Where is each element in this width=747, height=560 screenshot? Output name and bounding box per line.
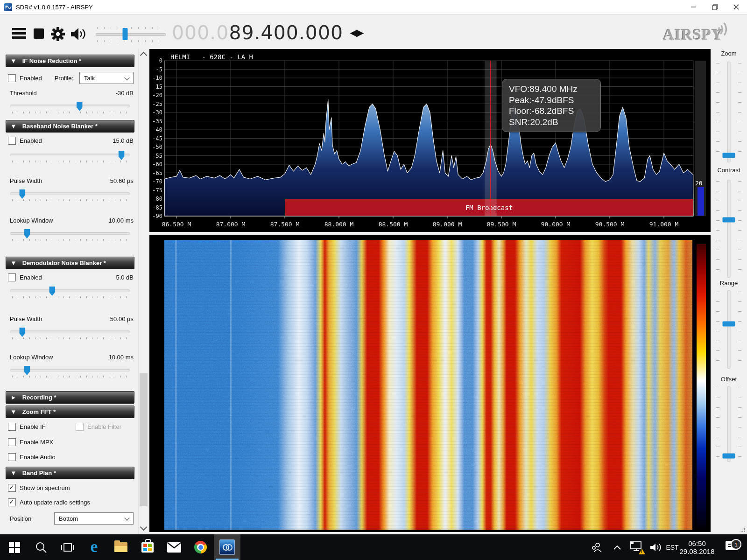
volume-tray-icon[interactable] — [647, 534, 665, 560]
slider-thumb[interactable] — [723, 322, 735, 327]
slider-thumb[interactable] — [24, 229, 30, 238]
settings-gear-icon[interactable] — [50, 27, 65, 43]
collapse-down-icon[interactable]: ▼ — [12, 124, 15, 129]
waterfall-plot[interactable] — [164, 240, 692, 530]
frequency-step-arrows[interactable]: ◀▶ — [350, 27, 363, 38]
dm-nb-enabled-checkbox[interactable]: Enabled — [8, 273, 42, 281]
slider-thumb[interactable] — [723, 217, 735, 223]
lookup-window-label: Lookup Window — [10, 217, 53, 224]
frequency-display[interactable]: 000.089.400.000 ◀▶ — [172, 21, 363, 45]
slider-thumb[interactable] — [49, 287, 55, 296]
scroll-down-icon[interactable] — [140, 524, 148, 531]
people-tray-icon[interactable] — [587, 534, 606, 560]
enable-if-checkbox[interactable]: Enable IF — [8, 423, 73, 431]
panel-header-zoom-fft[interactable]: ▼Zoom FFT * — [6, 406, 134, 418]
chrome-icon[interactable] — [187, 534, 214, 560]
sdrsharp-taskbar-button[interactable] — [214, 534, 240, 560]
show-on-spectrum-checkbox[interactable]: Show on spectrum — [8, 484, 134, 492]
close-button[interactable] — [726, 0, 747, 14]
dm-nb-lookup-slider[interactable] — [10, 365, 130, 378]
minimize-button[interactable] — [683, 0, 704, 14]
position-dropdown[interactable]: Bottom — [54, 512, 134, 525]
panel-header-band-plan[interactable]: ▼Band Plan * — [6, 467, 134, 479]
slider-thumb[interactable] — [119, 151, 125, 160]
frequency-digits[interactable]: 89.400.000 — [229, 21, 343, 44]
profile-dropdown[interactable]: Talk — [79, 72, 134, 84]
slider-track[interactable] — [727, 386, 731, 462]
scrollbar-thumb[interactable] — [140, 373, 148, 506]
bb-nb-enabled-checkbox[interactable]: Enabled — [8, 137, 42, 145]
checkbox[interactable] — [8, 74, 16, 82]
panel-header-recording[interactable]: ▶Recording * — [6, 391, 134, 404]
slider-track[interactable] — [727, 290, 731, 369]
task-view-button[interactable] — [54, 534, 81, 560]
store-icon[interactable] — [134, 534, 161, 560]
edge-browser-icon[interactable]: e — [81, 534, 107, 560]
bb-nb-lookup-slider[interactable] — [10, 229, 130, 241]
spectrum-display[interactable]: FM Broadcast0-5-10-15-20-25-30-35-40-45-… — [149, 49, 711, 232]
frequency-dim-digits[interactable]: 000.0 — [172, 21, 229, 44]
if-nr-enabled-checkbox[interactable]: Enabled — [8, 74, 42, 82]
checkbox[interactable] — [8, 438, 16, 446]
slider-thumb[interactable] — [77, 102, 83, 111]
collapse-right-icon[interactable]: ▶ — [12, 395, 15, 400]
offset-slider[interactable] — [715, 386, 743, 462]
collapse-down-icon[interactable]: ▼ — [12, 58, 15, 63]
bb-nb-pulse-width-slider[interactable] — [10, 189, 130, 201]
waterfall-display[interactable] — [149, 235, 711, 532]
slider-thumb[interactable] — [19, 328, 25, 337]
menu-button[interactable] — [12, 28, 26, 39]
collapse-down-icon[interactable]: ▼ — [12, 409, 15, 414]
window-title: SDR# v1.0.0.1577 - AIRSPY — [16, 4, 93, 11]
network-status-icon[interactable] — [627, 534, 646, 560]
action-center-icon[interactable]: 1 — [721, 534, 742, 560]
auto-update-checkbox[interactable]: Auto update radio settings — [8, 498, 134, 506]
volume-thumb[interactable] — [123, 28, 128, 40]
slider-thumb[interactable] — [723, 454, 735, 459]
svg-text:-60: -60 — [152, 161, 162, 168]
range-slider[interactable] — [715, 290, 743, 369]
start-button[interactable] — [1, 534, 28, 560]
checkbox[interactable] — [8, 423, 16, 431]
slider-thumb[interactable] — [24, 366, 30, 375]
station-label: HELMI - 628C - LA H — [170, 53, 253, 61]
collapse-down-icon[interactable]: ▼ — [12, 260, 15, 266]
slider-track[interactable] — [727, 62, 731, 162]
scroll-up-icon[interactable] — [140, 52, 148, 59]
threshold-slider[interactable] — [10, 101, 130, 113]
panel-header-demodulator-noise-blanker[interactable]: ▼Demodulator Noise Blanker * — [6, 257, 134, 269]
audio-mute-icon[interactable] — [70, 27, 88, 43]
enable-audio-checkbox[interactable]: Enable Audio — [8, 453, 134, 461]
slider-track[interactable] — [727, 180, 731, 278]
sidebar-scrollbar[interactable] — [138, 49, 149, 534]
threshold-label: Threshold — [10, 90, 37, 97]
chevron-down-icon — [124, 515, 129, 520]
tray-expand-chevron-icon[interactable] — [609, 534, 625, 560]
dm-nb-pulse-width-slider[interactable] — [10, 327, 130, 339]
mail-icon[interactable] — [161, 534, 187, 560]
restore-button[interactable] — [704, 0, 726, 14]
slider-thumb[interactable] — [19, 189, 25, 199]
zoom-slider[interactable] — [715, 62, 743, 162]
volume-track[interactable] — [96, 33, 166, 36]
enable-mpx-checkbox[interactable]: Enable MPX — [8, 438, 134, 446]
checkbox-checked[interactable] — [8, 498, 16, 506]
volume-slider[interactable] — [96, 27, 166, 41]
bb-nb-level-slider[interactable] — [10, 150, 130, 162]
search-button[interactable] — [28, 534, 54, 560]
clock[interactable]: 06:50 29.08.2018 — [676, 534, 718, 560]
checkbox-checked[interactable] — [8, 484, 16, 492]
dm-nb-level-slider[interactable] — [10, 286, 130, 298]
checkbox[interactable] — [8, 453, 16, 461]
checkbox[interactable] — [8, 273, 16, 281]
spectrum-plot[interactable]: FM Broadcast0-5-10-15-20-25-30-35-40-45-… — [149, 49, 711, 232]
panel-header-baseband-noise-blanker[interactable]: ▼Baseband Noise Blanker * — [6, 120, 134, 133]
checkbox[interactable] — [8, 137, 16, 145]
dm-nb-level-value: 5.0 dB — [116, 274, 134, 281]
stop-button[interactable] — [34, 28, 44, 39]
panel-header-if-noise-reduction[interactable]: ▼IF Noise Reduction * — [6, 55, 134, 67]
contrast-slider[interactable] — [715, 180, 743, 278]
slider-thumb[interactable] — [723, 153, 735, 158]
file-explorer-icon[interactable] — [107, 534, 134, 560]
collapse-down-icon[interactable]: ▼ — [12, 470, 15, 476]
